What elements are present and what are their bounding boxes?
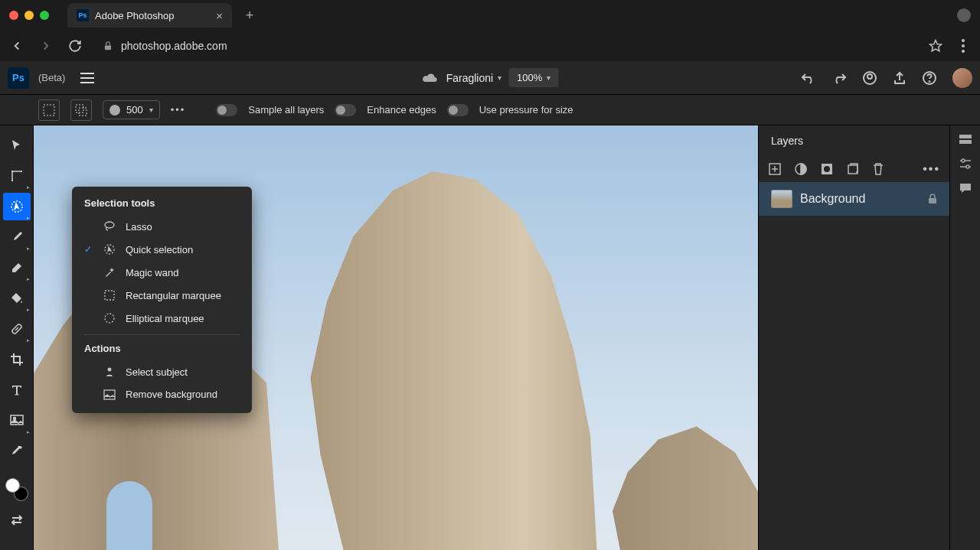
svg-point-38 <box>962 159 965 162</box>
canvas-area[interactable]: Selection tools Lasso ✓ Quick selection … <box>34 125 758 550</box>
lasso-icon <box>103 220 116 233</box>
svg-point-20 <box>105 222 114 228</box>
eraser-tool[interactable] <box>3 254 31 282</box>
elliptical-marquee-tool-option[interactable]: Elliptical marquee <box>72 307 252 330</box>
account-icon[interactable] <box>862 70 877 86</box>
back-button[interactable] <box>9 38 24 54</box>
check-icon: ✓ <box>84 244 93 255</box>
crop-tool[interactable] <box>3 346 31 373</box>
address-field[interactable]: photoshop.adobe.com <box>96 40 914 52</box>
share-button[interactable] <box>893 71 906 85</box>
rectangular-marquee-icon <box>103 289 116 301</box>
svg-rect-33 <box>929 198 936 203</box>
beta-label: (Beta) <box>38 72 65 83</box>
browser-tab[interactable]: Ps Adobe Photoshop × <box>67 3 232 28</box>
brush-tool[interactable] <box>3 223 31 251</box>
photoshop-logo-icon[interactable]: Ps <box>8 67 29 89</box>
bookmark-star-icon[interactable] <box>928 38 943 54</box>
comments-button[interactable] <box>959 182 972 194</box>
browser-menu-button[interactable] <box>956 38 971 54</box>
sample-all-layers-label: Sample all layers <box>248 104 324 116</box>
select-subject-icon <box>103 366 116 378</box>
svg-point-31 <box>824 166 830 172</box>
zoom-dropdown[interactable]: 100% ▾ <box>509 68 558 87</box>
reload-button[interactable] <box>67 38 83 54</box>
tools-toolbar <box>0 125 34 550</box>
type-tool[interactable] <box>3 376 31 404</box>
add-selection-mode[interactable] <box>70 99 92 121</box>
photoshop-app: Ps (Beta) Faraglioni ▾ 100% ▾ 500 ▾ ••• … <box>0 61 980 550</box>
adjustment-layer-button[interactable] <box>794 162 808 176</box>
remove-background-action[interactable]: Remove background <box>72 383 252 405</box>
sample-all-layers-toggle[interactable] <box>216 104 237 116</box>
undo-button[interactable] <box>801 72 816 84</box>
delete-layer-button[interactable] <box>872 162 884 176</box>
user-avatar[interactable] <box>952 68 972 88</box>
quick-selection-tool-option[interactable]: ✓ Quick selection <box>72 238 252 261</box>
browser-tab-bar: Ps Adobe Photoshop × + <box>0 0 980 31</box>
new-tab-button[interactable]: + <box>240 5 260 25</box>
close-tab-button[interactable]: × <box>216 9 223 22</box>
chevron-down-icon: ▾ <box>149 106 153 114</box>
svg-rect-34 <box>959 135 972 138</box>
place-image-tool[interactable] <box>3 407 31 434</box>
brush-size-value: 500 <box>126 104 143 116</box>
panels-toggle-button[interactable] <box>958 133 973 145</box>
magic-wand-icon <box>103 266 116 278</box>
close-window-button[interactable] <box>9 11 18 20</box>
add-layer-button[interactable] <box>768 162 782 176</box>
enhance-edges-toggle[interactable] <box>335 104 356 116</box>
select-subject-action[interactable]: Select subject <box>72 360 252 383</box>
svg-rect-35 <box>959 140 972 144</box>
fill-tool[interactable] <box>3 285 31 312</box>
healing-tool[interactable] <box>3 315 31 343</box>
app-body: Selection tools Lasso ✓ Quick selection … <box>0 125 980 550</box>
magic-wand-tool-option[interactable]: Magic wand <box>72 261 252 284</box>
panel-menu-button[interactable]: ••• <box>923 162 940 176</box>
photoshop-favicon-icon: Ps <box>77 9 89 21</box>
svg-rect-14 <box>79 108 87 116</box>
group-button[interactable] <box>846 162 860 176</box>
lock-icon[interactable] <box>928 194 937 204</box>
mask-button[interactable] <box>820 162 834 176</box>
popup-divider <box>84 334 240 335</box>
minimize-window-button[interactable] <box>24 11 34 20</box>
new-selection-mode[interactable] <box>38 99 60 121</box>
lasso-tool-option[interactable]: Lasso <box>72 215 252 238</box>
svg-marker-1 <box>930 41 942 51</box>
layer-row-background[interactable]: Background <box>759 182 949 216</box>
use-pressure-label: Use pressure for size <box>479 104 573 116</box>
forward-button[interactable] <box>38 38 54 54</box>
svg-rect-25 <box>104 390 115 399</box>
document-name-dropdown[interactable]: Faraglioni ▾ <box>446 72 501 84</box>
browser-profile-button[interactable] <box>957 8 971 22</box>
layers-panel: Layers ••• Background <box>758 125 949 550</box>
svg-point-9 <box>867 74 872 79</box>
document-title-group: Faraglioni ▾ 100% ▾ <box>422 68 559 87</box>
use-pressure-toggle[interactable] <box>447 104 469 116</box>
brush-preview-icon <box>109 105 120 116</box>
layers-panel-actions: ••• <box>759 156 949 182</box>
transform-tool[interactable] <box>3 162 31 190</box>
svg-rect-12 <box>44 105 54 116</box>
svg-point-4 <box>962 50 965 53</box>
browser-address-bar: photoshop.adobe.com <box>0 31 980 61</box>
swap-colors-button[interactable] <box>3 506 31 534</box>
rectangular-marquee-tool-option[interactable]: Rectangular marquee <box>72 284 252 307</box>
help-button[interactable] <box>922 70 937 86</box>
cloud-icon <box>422 72 439 84</box>
adjustments-button[interactable] <box>958 158 973 170</box>
brush-size-control[interactable]: 500 ▾ <box>103 100 160 119</box>
remove-background-icon <box>103 389 116 400</box>
eyedropper-tool[interactable] <box>3 438 31 465</box>
maximize-window-button[interactable] <box>40 11 49 20</box>
move-tool[interactable] <box>3 132 31 159</box>
main-menu-button[interactable] <box>80 73 94 83</box>
layers-panel-title: Layers <box>759 125 949 156</box>
more-options-button[interactable]: ••• <box>171 104 186 116</box>
selection-tool[interactable] <box>3 193 31 220</box>
svg-point-11 <box>929 81 930 82</box>
color-swatches[interactable] <box>3 476 31 503</box>
svg-rect-0 <box>105 45 111 50</box>
redo-button[interactable] <box>831 72 847 84</box>
